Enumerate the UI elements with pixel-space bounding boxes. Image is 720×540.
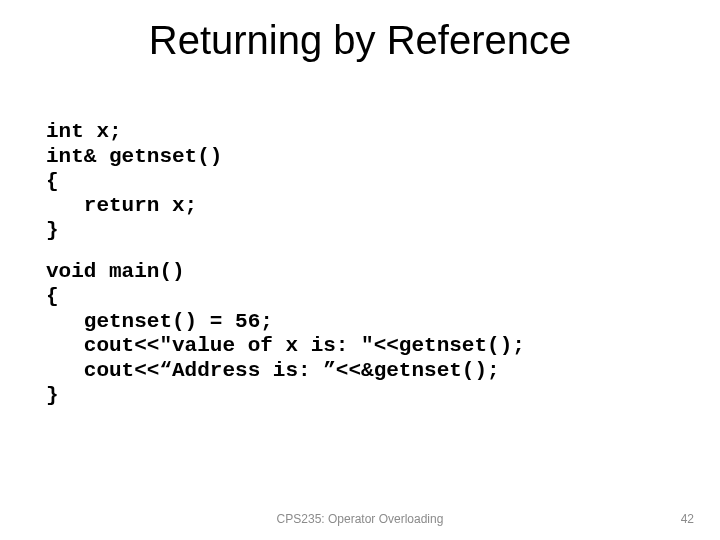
slide-title: Returning by Reference	[0, 18, 720, 63]
code-block-1: int x; int& getnset() { return x; }	[46, 120, 222, 244]
code-block-2: void main() { getnset() = 56; cout<<"val…	[46, 260, 525, 409]
page-number: 42	[681, 512, 694, 526]
footer-center: CPS235: Operator Overloading	[0, 512, 720, 526]
slide: Returning by Reference int x; int& getns…	[0, 0, 720, 540]
